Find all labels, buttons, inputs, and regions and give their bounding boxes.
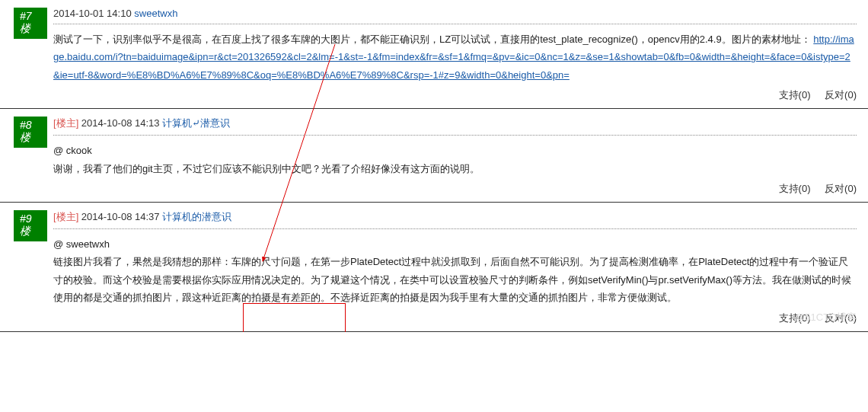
post-meta: 楼主 2014-10-08 14:13 计算机⤶潜意识	[53, 117, 857, 136]
post-meta: 2014-10-01 14:10 sweetwxh	[53, 8, 857, 24]
floor-badge: #9楼	[14, 210, 47, 241]
floor-column: #7楼	[0, 8, 53, 102]
mention: @ ckook	[53, 142, 857, 159]
owner-tag: 楼主	[53, 211, 81, 222]
content-column: 楼主 2014-10-08 14:37 计算机的潜意识 @ sweetwxh 链…	[53, 210, 868, 325]
owner-tag: 楼主	[53, 117, 81, 129]
post-date: 2014-10-08 14:37	[81, 211, 160, 222]
post-actions: 支持(0) 反对(0)	[53, 182, 857, 196]
author-link[interactable]: 计算机⤶潜意识	[162, 117, 230, 129]
floor-column: #8楼	[0, 117, 53, 196]
oppose-button[interactable]: 反对(0)	[825, 89, 857, 101]
body-text: 链接图片我看了，果然是我猜想的那样：车牌的尺寸问题，在第一步PlateDetec…	[53, 253, 857, 306]
author-link[interactable]: sweetwxh	[134, 8, 177, 19]
comment-post: #9楼 楼主 2014-10-08 14:37 计算机的潜意识 @ sweetw…	[0, 203, 868, 332]
support-button[interactable]: 支持(0)	[779, 89, 811, 101]
post-body: @ ckook 谢谢，我看了他们的git主页，不过它们应该不能识别中文吧？光看了…	[53, 142, 857, 177]
post-date: 2014-10-08 14:13	[81, 117, 160, 129]
floor-badge: #7楼	[14, 8, 47, 39]
support-button[interactable]: 支持(0)	[779, 183, 811, 194]
post-actions: 支持(0) 反对(0)	[53, 311, 857, 325]
watermark: @51CTO博客	[795, 311, 857, 324]
body-text: 谢谢，我看了他们的git主页，不过它们应该不能识别中文吧？光看了介绍好像没有这方…	[53, 160, 857, 177]
oppose-button[interactable]: 反对(0)	[825, 183, 857, 194]
post-body: 测试了一下，识别率似乎不是很高，在百度上找了很多车牌的大图片，都不能正确识别，L…	[53, 30, 857, 84]
content-column: 2014-10-01 14:10 sweetwxh 测试了一下，识别率似乎不是很…	[53, 8, 868, 102]
comment-post: #7楼 2014-10-01 14:10 sweetwxh 测试了一下，识别率似…	[0, 0, 868, 109]
cursor-icon: ⤶	[192, 117, 200, 129]
body-text: 测试了一下，识别率似乎不是很高，在百度上找了很多车牌的大图片，都不能正确识别，L…	[53, 34, 811, 45]
post-date: 2014-10-01 14:10	[53, 8, 132, 19]
floor-badge: #8楼	[14, 117, 47, 148]
post-actions: 支持(0) 反对(0)	[53, 88, 857, 102]
floor-column: #9楼	[0, 210, 53, 325]
mention: @ sweetwxh	[53, 235, 857, 253]
comment-post: #8楼 楼主 2014-10-08 14:13 计算机⤶潜意识 @ ckook …	[0, 109, 868, 203]
post-body: @ sweetwxh 链接图片我看了，果然是我猜想的那样：车牌的尺寸问题，在第一…	[53, 235, 857, 307]
author-link[interactable]: 计算机的潜意识	[162, 211, 231, 222]
content-column: 楼主 2014-10-08 14:13 计算机⤶潜意识 @ ckook 谢谢，我…	[53, 117, 868, 196]
post-meta: 楼主 2014-10-08 14:37 计算机的潜意识	[53, 210, 857, 229]
